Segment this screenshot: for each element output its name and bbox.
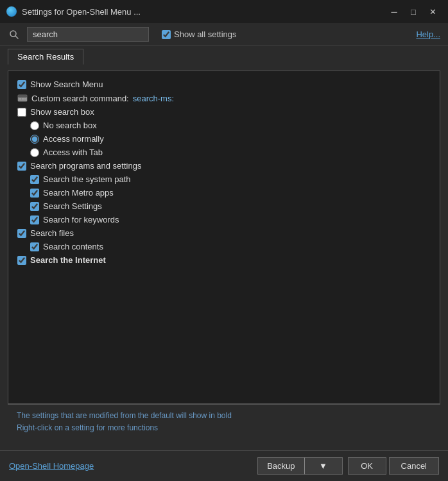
svg-rect-3 (18, 95, 27, 97)
custom-command-label: Custom search command: (31, 94, 129, 103)
show-search-menu-label: Show Search Menu (30, 80, 103, 89)
search-system-path-label: Search the system path (43, 174, 131, 184)
search-internet-checkbox[interactable] (17, 256, 26, 265)
show-search-menu-checkbox[interactable] (17, 80, 26, 89)
close-button[interactable]: ✕ (424, 4, 442, 19)
search-files-label: Search files (30, 228, 74, 238)
list-item: Search contents (17, 240, 431, 253)
footer-info: The settings that are modified from the … (8, 404, 440, 438)
show-all-label[interactable]: Show all settings (162, 30, 237, 39)
show-all-checkbox[interactable] (162, 30, 171, 39)
maximize-button[interactable]: □ (404, 4, 422, 19)
show-search-box-checkbox[interactable] (17, 108, 26, 117)
list-item: Search Metro apps (17, 186, 431, 199)
access-with-tab-radio[interactable] (30, 148, 39, 157)
minimize-button[interactable]: ─ (385, 4, 403, 19)
custom-command-value: search-ms: (133, 94, 174, 103)
homepage-link[interactable]: Open-Shell Homepage (9, 461, 94, 471)
no-search-box-radio[interactable] (30, 121, 39, 130)
search-internet-label: Search the Internet (30, 255, 106, 265)
search-contents-label: Search contents (43, 242, 103, 251)
cancel-button[interactable]: Cancel (389, 457, 439, 475)
tab-search-results[interactable]: Search Results (8, 49, 83, 65)
backup-button[interactable]: Backup (257, 457, 304, 475)
ok-button[interactable]: OK (348, 457, 386, 475)
search-programs-checkbox[interactable] (17, 162, 26, 171)
show-all-text: Show all settings (174, 30, 237, 39)
list-item: Search programs and settings (17, 159, 431, 173)
access-normally-label: Access normally (43, 134, 104, 144)
list-item: Custom search command: search-ms: (17, 91, 431, 105)
search-contents-checkbox[interactable] (30, 242, 39, 251)
window-title: Settings for Open-Shell Menu ... (22, 7, 385, 17)
search-keywords-checkbox[interactable] (30, 215, 39, 224)
bottom-bar: Open-Shell Homepage Backup ▼ OK Cancel (0, 450, 448, 481)
backup-dropdown-button[interactable]: ▼ (304, 457, 343, 475)
list-item: Search the Internet (17, 253, 431, 267)
list-item: Access with Tab (17, 146, 431, 159)
svg-line-1 (15, 36, 18, 38)
list-item: Search Settings (17, 199, 431, 213)
search-input[interactable] (27, 27, 149, 42)
svg-rect-4 (19, 99, 21, 100)
list-item: Show search box (17, 105, 431, 119)
no-search-box-label: No search box (43, 121, 97, 130)
backup-btn-group: Backup ▼ (257, 457, 342, 475)
window-controls: ─ □ ✕ (385, 4, 442, 19)
list-item: No search box (17, 119, 431, 132)
search-icon (8, 30, 21, 39)
search-files-checkbox[interactable] (17, 229, 26, 238)
list-item: Show Search Menu (17, 78, 431, 91)
title-bar: Settings for Open-Shell Menu ... ─ □ ✕ (0, 0, 448, 23)
list-item: Access normally (17, 132, 431, 146)
footer-line2: Right-click on a setting for more functi… (17, 422, 431, 434)
app-icon (6, 6, 17, 17)
help-link[interactable]: Help... (416, 30, 440, 39)
custom-command-icon (17, 93, 28, 103)
settings-panel: Show Search Menu Custom search command: … (8, 71, 440, 404)
access-normally-radio[interactable] (30, 135, 39, 144)
search-settings-checkbox[interactable] (30, 202, 39, 211)
access-with-tab-label: Access with Tab (43, 148, 103, 157)
search-system-path-checkbox[interactable] (30, 175, 39, 184)
search-keywords-label: Search for keywords (43, 215, 119, 224)
list-item: Search for keywords (17, 213, 431, 226)
footer-line1: The settings that are modified from the … (17, 410, 431, 422)
svg-rect-5 (22, 99, 24, 100)
tab-bar: Search Results (0, 46, 448, 64)
svg-rect-6 (24, 99, 26, 100)
main-content: Show Search Menu Custom search command: … (0, 64, 448, 450)
bottom-buttons: Backup ▼ OK Cancel (257, 457, 439, 475)
list-item: Search the system path (17, 173, 431, 186)
toolbar: Show all settings Help... (0, 23, 448, 46)
show-search-box-label: Show search box (30, 107, 94, 117)
search-settings-label: Search Settings (43, 201, 102, 211)
search-metro-apps-label: Search Metro apps (43, 188, 114, 198)
search-programs-label: Search programs and settings (30, 161, 141, 171)
search-metro-apps-checkbox[interactable] (30, 189, 39, 198)
list-item: Search files (17, 226, 431, 240)
